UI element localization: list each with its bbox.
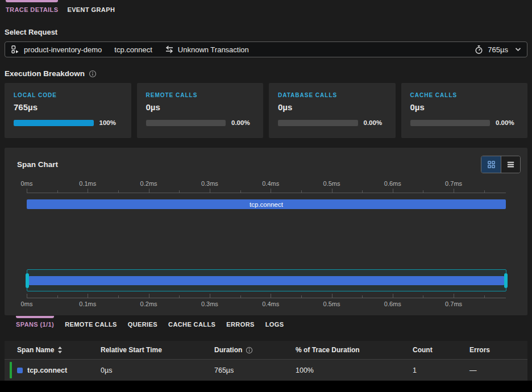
tab-label: REMOTE CALLS [65, 318, 117, 328]
cell-errors: — [469, 366, 527, 374]
axis-tick-label: 0.1ms [79, 301, 96, 307]
table-row-tcp-connect[interactable]: tcp.connect 0µs 765µs 100% 1 — [5, 360, 527, 381]
info-icon[interactable] [89, 70, 97, 78]
axis-tick [332, 189, 332, 193]
info-icon[interactable] [246, 347, 253, 354]
card-remote-calls: REMOTE CALLS 0µs 0.00% [137, 83, 264, 138]
column-label: Count [413, 346, 433, 354]
axis-minor-tick [484, 295, 485, 298]
axis-minor-tick [301, 295, 302, 298]
cell-count: 1 [413, 366, 469, 374]
axis-tick-label: 0.3ms [201, 180, 218, 187]
axis-minor-tick [240, 190, 241, 193]
request-duration: 765µs [474, 45, 521, 55]
brush-selection[interactable] [27, 269, 506, 291]
axis-minor-tick [362, 295, 363, 298]
axis-tick-label: 0.5ms [323, 301, 340, 307]
axis-tick-label: 0.6ms [384, 180, 401, 187]
tab-label: SPANS (1/1) [16, 318, 54, 328]
span-chart-empty-area [5, 209, 527, 269]
axis-tick-label: 0.5ms [323, 180, 340, 187]
column-label: Errors [469, 346, 490, 354]
progress-track [14, 120, 94, 126]
axis-tick-label: 0.4ms [262, 180, 279, 187]
list-view-button[interactable] [501, 156, 520, 173]
axis-tick [210, 189, 210, 193]
span-name-text: tcp.connect [27, 366, 67, 374]
minimap-span-bar [29, 276, 504, 285]
card-label: LOCAL CODE [14, 92, 122, 98]
trace-duration-value: 765µs [488, 45, 508, 54]
execution-breakdown-cards: LOCAL CODE 765µs 100% REMOTE CALLS 0µs 0… [5, 83, 527, 138]
tab-trace-details[interactable]: TRACE DETAILS [6, 0, 58, 13]
sort-icon[interactable] [57, 346, 63, 354]
column-relative-start-time: Relative Start Time [101, 346, 214, 354]
brush-handle-left[interactable] [26, 273, 29, 288]
axis-tick-label: 0.1ms [79, 180, 96, 187]
card-cache-calls: CACHE CALLS 0µs 0.00% [401, 83, 528, 138]
card-progress: 0.00% [146, 119, 255, 126]
axis-minor-tick [179, 295, 180, 298]
tab-label: ERRORS [226, 318, 254, 328]
progress-percent: 0.00% [364, 119, 386, 126]
axis-tick [27, 189, 27, 193]
axis-tick [454, 294, 454, 298]
bottom-strip [0, 381, 532, 392]
axis-tick-label: 0.7ms [445, 180, 462, 187]
service-icon [11, 45, 20, 54]
card-label: DATABASE CALLS [278, 92, 386, 98]
card-progress: 0.00% [410, 119, 519, 126]
cell-relative-start-time: 0µs [101, 366, 214, 374]
spans-table: Span Name Relative Start Time Duration [5, 341, 527, 381]
span-bar-tcp-connect[interactable]: tcp.connect [27, 199, 506, 209]
progress-fill [14, 120, 94, 126]
span-chart-header: Span Chart [5, 148, 527, 173]
progress-percent: 0.00% [496, 119, 518, 126]
service-name: product-inventory-demo [24, 45, 102, 54]
axis-minor-tick [179, 190, 180, 193]
spans-table-header: Span Name Relative Start Time Duration [5, 341, 527, 360]
tab-label: CACHE CALLS [168, 318, 215, 328]
tab-spans[interactable]: SPANS (1/1) [16, 316, 54, 328]
chevron-down-icon [515, 47, 521, 52]
axis-minor-tick [362, 190, 363, 193]
axis-tick [149, 189, 149, 193]
axis-minor-tick [57, 295, 58, 298]
heading-text: Execution Breakdown [5, 69, 85, 78]
tab-remote-calls[interactable]: REMOTE CALLS [65, 316, 117, 328]
axis-tick-label: 0ms [21, 180, 33, 187]
request-summary: product-inventory-demo tcp.connect Unkno… [11, 45, 474, 54]
card-label: REMOTE CALLS [146, 92, 255, 98]
column-label: % of Trace Duration [296, 346, 360, 354]
column-count: Count [413, 346, 469, 354]
card-value: 0µs [278, 102, 386, 112]
brush-handle-right[interactable] [504, 273, 508, 288]
column-label: Relative Start Time [101, 346, 162, 354]
card-label: CACHE CALLS [410, 92, 519, 98]
column-span-name[interactable]: Span Name [17, 346, 101, 354]
axis-tick [393, 189, 393, 193]
tab-errors[interactable]: ERRORS [226, 316, 254, 328]
axis-minor-tick [423, 295, 423, 298]
tab-event-graph[interactable]: EVENT GRAPH [67, 0, 115, 13]
tab-label: TRACE DETAILS [6, 2, 58, 13]
tab-queries[interactable]: QUERIES [128, 316, 157, 328]
axis-tick [149, 294, 149, 298]
span-color-swatch [17, 368, 23, 373]
tab-cache-calls[interactable]: CACHE CALLS [168, 316, 215, 328]
span-chart-time-axis: 0ms0.1ms0.2ms0.3ms0.4ms0.5ms0.6ms0.7ms [27, 180, 506, 193]
axis-tick [393, 294, 393, 298]
axis-tick [88, 294, 88, 298]
tab-logs[interactable]: LOGS [265, 316, 284, 328]
progress-track [410, 120, 491, 126]
axis-minor-tick [57, 190, 58, 193]
axis-minor-tick [301, 190, 302, 193]
card-progress: 0.00% [278, 119, 386, 126]
axis-tick-label: 0.4ms [262, 301, 279, 307]
card-progress: 100% [14, 119, 122, 126]
axis-tick [271, 189, 271, 193]
progress-track [146, 120, 226, 126]
request-select[interactable]: product-inventory-demo tcp.connect Unkno… [5, 41, 527, 57]
grid-view-button[interactable] [481, 156, 501, 173]
timer-icon [474, 45, 484, 55]
